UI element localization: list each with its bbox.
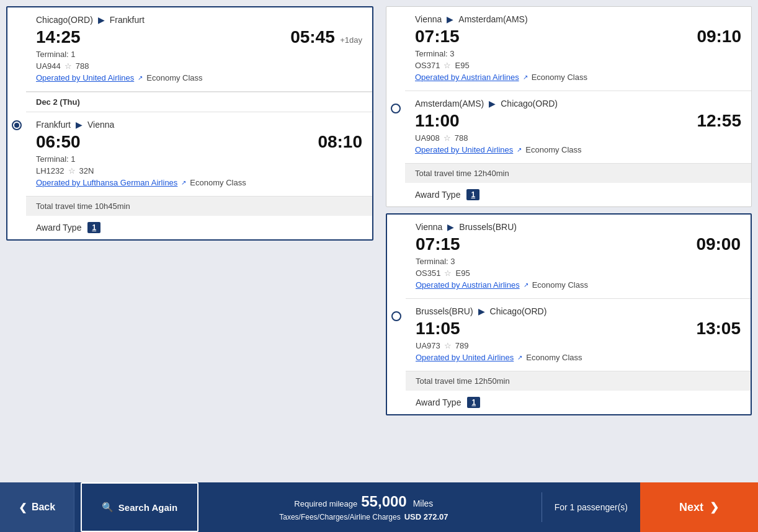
right2-seg2-depart: 11:05 [416,319,460,339]
right2-seg2-operated-link[interactable]: Operated by United Airlines [416,353,514,362]
left-panel: Chicago(ORD) ▶ Frankfurt 14:25 05:45 +1d… [0,0,380,482]
search-again-button[interactable]: 🔍 Search Again [81,482,198,532]
right2-seg2-flight-info: UA973 ☆ 789 [416,341,741,350]
right2-award-type-row: Award Type 1 [406,391,751,414]
right-radio-col-2 [387,215,406,414]
left-seg1-arrive-note: +1day [340,35,362,45]
right1-seg1-ext-link-icon: ↗ [523,74,528,81]
left-seg2-depart: 06:50 [36,132,81,152]
left-segment-1: Chicago(ORD) ▶ Frankfurt 14:25 05:45 +1d… [26,7,372,92]
right2-seg2-ext-link-icon: ↗ [517,354,522,361]
back-label: Back [32,502,55,513]
right1-segment-2: Amsterdam(AMS) ▶ Chicago(ORD) 11:00 12:5… [405,91,751,164]
right1-seg2-flight-number: UA908 [415,133,440,143]
left-seg2-operated-link[interactable]: Operated by Lufthansa German Airlines [36,178,177,187]
left-seg1-star-icon: ☆ [65,61,72,71]
right1-seg2-to: Chicago(ORD) [501,99,741,109]
right1-seg2-from: Amsterdam(AMS) [415,99,484,109]
taxes-label: Taxes/Fees/Charges/Airline Charges [279,513,400,521]
left-flight-card[interactable]: Chicago(ORD) ▶ Frankfurt 14:25 05:45 +1d… [6,6,373,241]
passengers-label: For 1 passenger(s) [555,502,628,512]
left-seg2-class: Economy Class [190,178,246,187]
footer-mileage: Required mileage 55,000 Miles Taxes/Fees… [198,493,529,521]
right2-seg1-arrow: ▶ [447,222,454,232]
left-seg2-from: Frankfurt [36,120,71,130]
left-date-divider: Dec 2 (Thu) [26,92,372,112]
right1-award-badge[interactable]: 1 [466,189,479,200]
right-radio-col-1 [386,7,405,206]
right-flight-card-2[interactable]: Vienna ▶ Brussels(BRU) 07:15 09:00 Termi… [386,213,752,415]
right-card-1-content: Vienna ▶ Amsterdam(AMS) 07:15 09:10 Term… [405,7,751,206]
right1-segment-1: Vienna ▶ Amsterdam(AMS) 07:15 09:10 Term… [405,7,751,91]
right1-seg2-star-icon: ☆ [444,133,451,143]
right1-seg2-flight-info: UA908 ☆ 788 [415,133,741,143]
right2-seg2-aircraft: 789 [455,341,469,350]
right1-seg1-operated-link[interactable]: Operated by Austrian Airlines [415,73,519,82]
left-seg1-flight-number: UA944 [36,61,61,71]
right2-seg1-from: Vienna [416,222,442,232]
footer: ❮ Back 🔍 Search Again Required mileage 5… [0,482,758,532]
right1-seg1-arrow: ▶ [447,14,453,24]
right1-seg1-from: Vienna [415,14,442,24]
right1-seg2-arrow: ▶ [489,99,496,109]
right2-seg1-ext-link-icon: ↗ [524,282,528,288]
left-seg2-flight-number: LH1232 [36,166,65,175]
right2-seg1-flight-number: OS351 [416,268,440,278]
right2-seg2-star-icon: ☆ [444,341,452,350]
right1-seg1-depart: 07:15 [415,27,460,47]
right1-seg2-aircraft: 788 [455,133,468,143]
left-seg1-depart: 14:25 [36,27,81,47]
left-radio-col [7,7,26,239]
right2-seg2-arrive: 13:05 [696,319,741,339]
right1-seg2-operated-row: Operated by United Airlines ↗ Economy Cl… [415,145,741,154]
right1-seg2-ext-link-icon: ↗ [517,146,522,153]
right2-seg1-star-icon: ☆ [444,268,452,278]
footer-divider [542,492,542,522]
left-seg2-ext-link-icon: ↗ [181,179,186,186]
left-seg1-terminal: Terminal: 1 [36,50,362,59]
right1-award-type-row: Award Type 1 [405,183,751,206]
right1-seg1-to: Amsterdam(AMS) [458,14,741,24]
left-seg1-to: Frankfurt [110,15,362,25]
next-label: Next [679,501,703,514]
right2-seg1-to: Brussels(BRU) [459,222,741,232]
right1-award-type-label: Award Type [415,190,460,200]
left-seg1-aircraft: 788 [76,61,89,71]
right1-seg1-class: Economy Class [532,73,587,82]
left-seg1-class: Economy Class [146,73,202,82]
left-award-badge[interactable]: 1 [87,222,100,233]
right2-travel-time: Total travel time 12h50min [406,371,751,391]
right2-seg1-operated-link[interactable]: Operated by Austrian Airlines [416,280,520,290]
left-seg1-arrive: 05:45 [290,27,335,47]
right2-seg2-operated-row: Operated by United Airlines ↗ Economy Cl… [416,353,741,362]
right-flight-card-1[interactable]: Vienna ▶ Amsterdam(AMS) 07:15 09:10 Term… [386,6,752,207]
right2-seg2-arrow: ▶ [478,306,485,316]
right-radio-button-1[interactable] [391,104,401,113]
right1-seg1-aircraft: E95 [455,61,469,70]
right2-seg1-class: Economy Class [532,280,588,290]
next-button[interactable]: Next ❯ [640,482,758,532]
left-seg1-from: Chicago(ORD) [36,15,93,25]
right2-seg2-from: Brussels(BRU) [416,306,473,316]
left-seg1-ext-link-icon: ↗ [138,74,143,81]
left-seg1-operated-link[interactable]: Operated by United Airlines [36,73,134,82]
right2-award-type-label: Award Type [416,397,461,407]
right-radio-button-2[interactable] [391,311,401,321]
left-radio-button[interactable] [12,120,22,130]
right1-seg1-flight-info: OS371 ☆ E95 [415,61,741,70]
right1-seg2-operated-link[interactable]: Operated by United Airlines [415,145,513,154]
right2-seg1-flight-info: OS351 ☆ E95 [416,268,741,278]
back-button[interactable]: ❮ Back [0,482,74,532]
left-seg2-star-icon: ☆ [68,166,76,175]
right2-seg1-operated-row: Operated by Austrian Airlines ↗ Economy … [416,280,741,290]
right2-seg2-flight-number: UA973 [416,341,440,350]
taxes-value: USD 272.07 [404,512,448,521]
left-seg2-flight-info: LH1232 ☆ 32N [36,166,362,175]
right2-seg2-class: Economy Class [526,353,582,362]
right2-seg1-terminal: Terminal: 3 [416,257,741,266]
right2-award-badge[interactable]: 1 [467,397,480,408]
next-chevron-icon: ❯ [710,500,719,514]
right2-seg1-arrive: 09:00 [696,234,741,254]
right2-seg1-depart: 07:15 [416,234,460,254]
left-travel-time: Total travel time 10h45min [26,197,372,216]
